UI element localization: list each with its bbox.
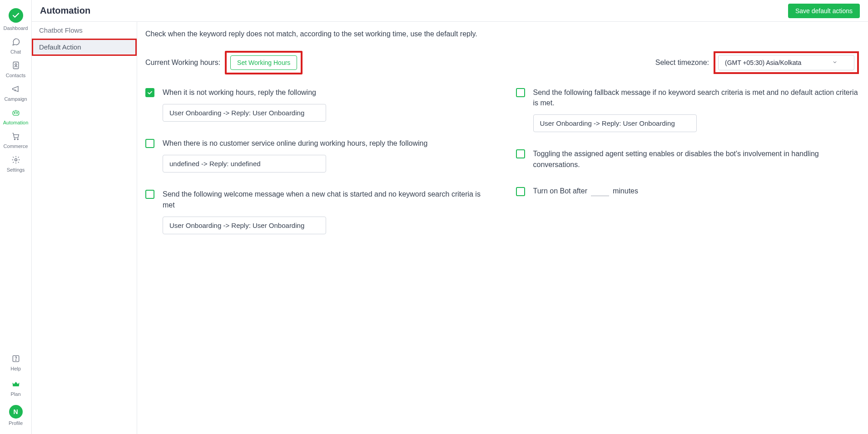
rail-label: Automation — [3, 120, 29, 125]
checkbox[interactable] — [516, 187, 525, 196]
rail-item-chat[interactable]: Chat — [0, 34, 32, 57]
checkbox[interactable] — [145, 88, 154, 97]
checkbox[interactable] — [145, 190, 154, 199]
timezone-select[interactable]: (GMT +05:30) Asia/Kolkata — [718, 55, 854, 70]
annotation-highlight: (GMT +05:30) Asia/Kolkata — [714, 51, 859, 74]
campaign-icon — [11, 84, 20, 94]
page-header: Automation Save default actions — [32, 0, 868, 22]
left-rail: Dashboard Chat Contacts Campaign Automat… — [0, 0, 32, 252]
set-working-hours-button[interactable]: Set Working Hours — [230, 55, 297, 70]
option-label: When it is not working hours, reply the … — [163, 87, 489, 98]
rail-label: Chat — [10, 49, 21, 54]
svg-point-3 — [14, 113, 15, 113]
svg-point-7 — [15, 159, 17, 161]
option-no-agent-online: When there is no customer service online… — [145, 138, 489, 173]
commerce-icon — [11, 132, 20, 142]
rail-label: Campaign — [4, 96, 27, 102]
checkbox[interactable] — [516, 149, 525, 158]
rail-item-campaign[interactable]: Campaign — [0, 81, 32, 104]
svg-point-1 — [15, 64, 16, 65]
rail-label: Commerce — [4, 143, 28, 149]
working-hours-label: Current Working hours: — [145, 59, 220, 67]
reply-selector[interactable]: undefined -> Reply: undefined — [163, 155, 326, 173]
svg-point-4 — [16, 113, 17, 113]
bot-after-prefix: Turn on Bot after — [533, 187, 587, 195]
svg-point-6 — [17, 139, 18, 140]
options-left-column: When it is not working hours, reply the … — [145, 87, 489, 234]
rail-item-commerce[interactable]: Commerce — [0, 128, 32, 152]
rail-label: Contacts — [6, 73, 25, 78]
checkbox[interactable] — [145, 139, 154, 148]
reply-selector[interactable]: User Onboarding -> Reply: User Onboardin… — [533, 114, 697, 132]
save-default-actions-button[interactable]: Save default actions — [788, 4, 860, 18]
contacts-icon — [11, 61, 20, 71]
option-welcome-message: Send the following welcome message when … — [145, 189, 489, 234]
subnav-item-default-action[interactable]: Default Action — [32, 39, 137, 55]
bot-after-minutes-input[interactable] — [591, 186, 609, 196]
page-title: Automation — [40, 5, 90, 16]
controls-row: Current Working hours: Set Working Hours… — [145, 51, 859, 74]
subnav-item-chatbot-flows[interactable]: Chatbot Flows — [32, 22, 137, 39]
logo-icon — [9, 8, 23, 23]
main-content: Check when the keyword reply does not ma… — [137, 22, 868, 252]
rail-label: Dashboard — [4, 25, 28, 31]
bot-after-suffix: minutes — [613, 187, 638, 195]
options-right-column: Send the following fallback message if n… — [516, 87, 859, 234]
option-label: When there is no customer service online… — [163, 138, 489, 148]
checkbox[interactable] — [516, 88, 525, 97]
rail-item-settings[interactable]: Settings — [0, 152, 32, 175]
option-label: Send the following fallback message if n… — [533, 87, 859, 108]
option-assigned-agent-toggle: Toggling the assigned agent setting enab… — [516, 148, 859, 169]
option-fallback-message: Send the following fallback message if n… — [516, 87, 859, 132]
timezone-label: Select timezone: — [655, 59, 709, 67]
automation-icon — [11, 108, 20, 118]
option-bot-after-minutes: Turn on Bot after minutes — [516, 186, 859, 196]
option-label: Send the following welcome message when … — [163, 189, 489, 210]
svg-point-5 — [14, 139, 15, 140]
rail-item-contacts[interactable]: Contacts — [0, 57, 32, 81]
timezone-selected-value: (GMT +05:30) Asia/Kolkata — [725, 59, 801, 66]
chevron-down-icon — [832, 59, 838, 66]
chat-icon — [11, 37, 20, 47]
svg-rect-2 — [13, 111, 19, 115]
automation-subnav: Chatbot Flows Default Action — [32, 22, 137, 252]
reply-selector[interactable]: User Onboarding -> Reply: User Onboardin… — [163, 217, 326, 234]
reply-selector[interactable]: User Onboarding -> Reply: User Onboardin… — [163, 104, 326, 122]
annotation-highlight: Set Working Hours — [225, 51, 303, 74]
intro-text: Check when the keyword reply does not ma… — [145, 30, 859, 38]
rail-label: Settings — [7, 167, 25, 173]
rail-item-dashboard[interactable]: Dashboard — [0, 5, 32, 34]
rail-item-automation[interactable]: Automation — [0, 104, 32, 128]
settings-icon — [11, 155, 20, 165]
option-not-working-hours: When it is not working hours, reply the … — [145, 87, 489, 122]
option-label: Toggling the assigned agent setting enab… — [533, 148, 859, 169]
